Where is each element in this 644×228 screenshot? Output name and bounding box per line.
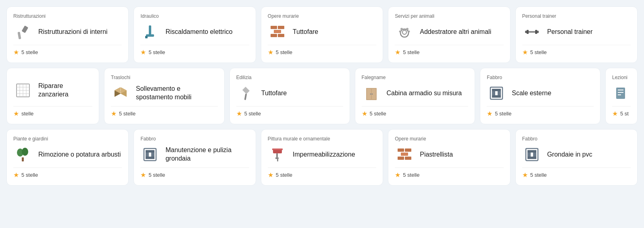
card-title: Grondaie in pvc bbox=[547, 151, 592, 159]
card-body: Cabina armadio su misura bbox=[362, 84, 469, 103]
card-category: Fabbro bbox=[140, 136, 249, 142]
trowel-icon bbox=[236, 84, 256, 103]
window-icon bbox=[140, 145, 160, 164]
mesh-icon bbox=[13, 81, 33, 100]
svg-rect-59 bbox=[276, 153, 278, 157]
card-rating: ★ stelle bbox=[13, 106, 92, 117]
star-icon: ★ bbox=[13, 171, 19, 179]
card-scale-esterne[interactable]: Fabbro Scale esterne ★ 5 stelle bbox=[480, 68, 600, 124]
card-rimozione-arbusti[interactable]: Piante e giardini Rimozione o potatura a… bbox=[6, 129, 129, 186]
dumbbell-icon bbox=[522, 22, 542, 42]
svg-point-12 bbox=[400, 28, 403, 30]
card-category: Falegname bbox=[362, 75, 469, 80]
star-icon: ★ bbox=[13, 110, 19, 117]
card-category: Servizi per animali bbox=[395, 13, 503, 19]
rating-text: 5 stelle bbox=[21, 172, 38, 178]
rating-text: 5 stelle bbox=[530, 172, 547, 178]
card-addestratore[interactable]: Servizi per animali Addestratore altri a… bbox=[388, 6, 510, 63]
pipe-icon bbox=[140, 22, 160, 42]
card-grondaie-pvc[interactable]: Fabbro Grondaie in pvc ★ 5 stelle bbox=[515, 129, 638, 186]
card-title: Tuttofare bbox=[293, 28, 318, 36]
rating-text: 5 stelle bbox=[276, 172, 292, 178]
card-body: Rimozione o potatura arbusti bbox=[13, 145, 122, 164]
card-lezioni[interactable]: Lezioni ★ 5 st bbox=[605, 68, 638, 124]
card-rating: ★ 5 stelle bbox=[111, 106, 218, 117]
card-body: Grondaie in pvc bbox=[522, 145, 631, 164]
card-rating: ★ 5 stelle bbox=[395, 45, 503, 56]
rating-text: 5 stelle bbox=[119, 111, 135, 117]
brickwall-icon bbox=[395, 145, 414, 164]
card-riscaldamento[interactable]: Idraulico Riscaldamento elettrico ★ 5 st… bbox=[133, 6, 256, 63]
svg-point-50 bbox=[22, 148, 28, 156]
card-title: Riscaldamento elettrico bbox=[165, 28, 232, 36]
svg-rect-71 bbox=[527, 157, 536, 159]
svg-rect-65 bbox=[398, 157, 404, 160]
svg-rect-44 bbox=[492, 95, 501, 98]
card-body: Impermeabilizzazione bbox=[268, 145, 376, 164]
box-icon bbox=[111, 84, 130, 103]
svg-rect-5 bbox=[271, 26, 277, 29]
svg-rect-62 bbox=[398, 149, 404, 152]
svg-rect-55 bbox=[146, 150, 154, 153]
card-category: Idraulico bbox=[140, 13, 249, 19]
star-icon: ★ bbox=[13, 48, 19, 56]
svg-rect-63 bbox=[405, 149, 411, 152]
card-category: Ristrutturazioni bbox=[13, 13, 122, 19]
svg-rect-4 bbox=[145, 36, 148, 38]
card-rating: ★ 5 stelle bbox=[395, 167, 503, 179]
card-body: Riparare zanzariera bbox=[13, 78, 92, 103]
card-body: Tuttofare bbox=[236, 84, 343, 103]
card-category: Pittura murale e ornamentale bbox=[268, 136, 376, 142]
card-body: Piastrellista bbox=[395, 145, 503, 164]
card-piastrellista[interactable]: Opere murarie Piastrellista ★ 5 stelle bbox=[388, 129, 510, 186]
card-title: Scale esterne bbox=[512, 89, 551, 98]
svg-rect-20 bbox=[535, 30, 537, 34]
card-sollevamento[interactable]: Traslochi Sollevamento e spostamento mob… bbox=[104, 68, 225, 124]
card-personal-trainer[interactable]: Personal trainer Personal trainer ★ 5 st… bbox=[515, 6, 638, 63]
card-riparare-zanzariera[interactable]: Riparare zanzariera ★ stelle bbox=[6, 68, 99, 124]
card-title: Addestratore altri animali bbox=[420, 28, 491, 36]
card-rating: ★ 5 stelle bbox=[13, 167, 122, 179]
card-title: Sollevamento e spostamento mobili bbox=[136, 85, 218, 102]
rating-text: 5 stelle bbox=[148, 49, 165, 55]
gate-icon bbox=[487, 84, 506, 103]
row-3: Piante e giardini Rimozione o potatura a… bbox=[6, 129, 638, 186]
card-body: Personal trainer bbox=[522, 22, 631, 42]
card-category: Opere murarie bbox=[395, 136, 503, 142]
card-body: Manutenzione e pulizia grondaia bbox=[140, 145, 249, 164]
star-icon: ★ bbox=[236, 110, 242, 117]
svg-rect-1 bbox=[17, 32, 21, 40]
star-icon: ★ bbox=[268, 171, 273, 179]
rating-text: 5 st bbox=[620, 111, 629, 117]
svg-rect-70 bbox=[527, 150, 536, 153]
tree-icon bbox=[13, 145, 33, 164]
card-category: Edilizia bbox=[236, 75, 343, 80]
card-impermeabilizzazione[interactable]: Pittura murale e ornamentale Impermeabil… bbox=[261, 129, 383, 186]
card-ristrutturazioni-interni[interactable]: Ristrutturazioni Ristrutturazioni di int… bbox=[6, 6, 129, 63]
card-category: Opere murarie bbox=[268, 13, 376, 19]
svg-rect-34 bbox=[244, 94, 247, 100]
star-icon: ★ bbox=[111, 110, 117, 117]
card-rating: ★ 5 st bbox=[612, 106, 631, 117]
star-icon: ★ bbox=[140, 171, 146, 179]
card-title: Rimozione o potatura arbusti bbox=[38, 151, 121, 159]
book-icon bbox=[612, 84, 631, 103]
card-body bbox=[612, 84, 631, 103]
card-cabina-armadio[interactable]: Falegname Cabina armadio su misura ★ 5 s… bbox=[355, 68, 475, 124]
card-rating: ★ 5 stelle bbox=[522, 167, 631, 179]
star-icon: ★ bbox=[395, 171, 400, 179]
svg-rect-43 bbox=[492, 89, 501, 91]
card-rating: ★ 5 stelle bbox=[140, 45, 249, 56]
svg-rect-2 bbox=[149, 25, 151, 35]
svg-point-38 bbox=[370, 94, 371, 95]
card-title: Personal trainer bbox=[547, 28, 593, 36]
svg-point-16 bbox=[404, 36, 405, 38]
rating-text: 5 stelle bbox=[370, 111, 386, 117]
card-tuttofare-2[interactable]: Edilizia Tuttofare ★ 5 stelle bbox=[229, 68, 350, 124]
star-icon: ★ bbox=[362, 110, 367, 117]
card-tuttofare-1[interactable]: Opere murarie Tuttofare ★ 5 stelle bbox=[261, 6, 383, 63]
svg-rect-21 bbox=[529, 31, 535, 33]
card-title: Manutenzione e pulizia grondaia bbox=[165, 146, 249, 163]
card-manutenzione-grondaia[interactable]: Fabbro Manutenzione e pulizia grondaia ★… bbox=[133, 129, 256, 186]
rating-text: 5 stelle bbox=[403, 49, 419, 55]
